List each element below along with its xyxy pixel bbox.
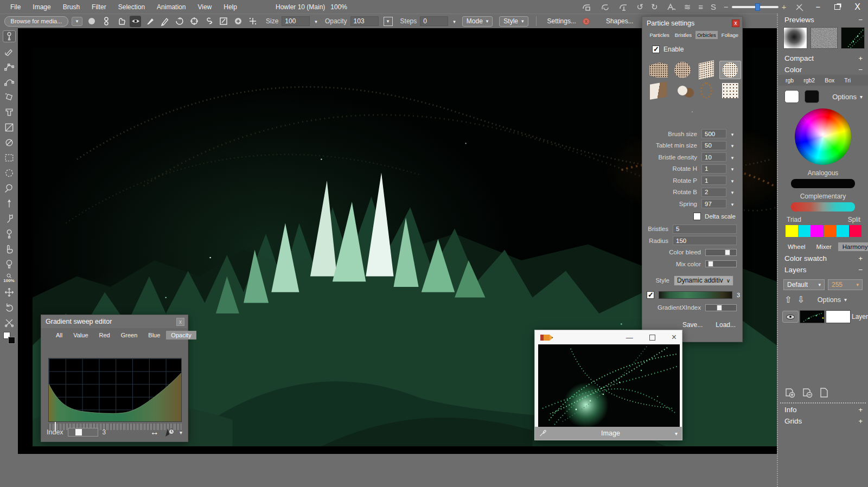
radius-input[interactable]: 150 [673,236,737,245]
tab-foliage[interactable]: Foliage [720,31,740,39]
image-window-canvas[interactable] [538,344,680,427]
layer-up-icon[interactable]: ⇧ [784,294,792,305]
flag-tool[interactable] [3,213,16,225]
load-button[interactable]: Load... [716,321,736,329]
color-bleed-slider[interactable] [705,249,737,256]
tab-value[interactable]: Value [68,331,93,339]
edit-box-icon[interactable] [218,16,229,27]
orbicle-preset-8[interactable] [719,81,741,100]
tab-mixer[interactable]: Mixer [812,242,836,251]
layers-header[interactable]: Layers− [778,264,868,275]
split-swatch-3[interactable] [849,225,861,237]
layer-opacity-dropdown[interactable]: 255 [828,279,863,290]
complementary-bar[interactable] [791,202,855,212]
round-brush-icon[interactable] [86,16,97,27]
analogous-bar[interactable] [791,179,855,188]
menu-file[interactable]: File [4,3,27,11]
undo-icon[interactable]: ↺ [637,3,644,11]
zoom-in-icon[interactable]: + [782,3,787,11]
rotate-b-dropdown-icon[interactable] [728,188,737,196]
delta-scale-checkbox[interactable] [693,213,701,220]
steps-dropdown-icon[interactable] [453,17,456,25]
knife-tool-icon[interactable] [794,2,805,12]
clamp-rotate-icon[interactable] [600,2,611,12]
bristle-density-input[interactable]: 10 [701,152,726,162]
pencil-icon[interactable] [159,16,170,27]
gradient-x-index-slider[interactable] [705,304,737,311]
layer-blend-dropdown[interactable]: Default [783,279,825,290]
ellipse-select-tool[interactable] [3,167,16,179]
zoom-slider-track[interactable] [732,6,778,8]
image-source-dropdown-icon[interactable]: ▾ [675,431,678,437]
rotate-b-input[interactable]: 2 [701,188,726,197]
rotate-p-input[interactable]: 1 [701,176,726,185]
badge-plus-icon[interactable] [232,16,244,27]
enable-checkbox[interactable] [652,46,660,53]
rotate-h-input[interactable]: 1 [701,164,726,174]
pen-filled-icon[interactable] [144,16,156,27]
add-layer-icon[interactable] [784,387,796,398]
orbicle-preset-1[interactable] [648,61,669,79]
compact-expand-icon[interactable]: + [858,54,863,62]
mode-dropdown[interactable]: Mode [462,16,493,27]
brush-preview-thumb[interactable] [783,27,807,49]
menu-brush[interactable]: Brush [57,3,86,11]
tab-rgb2[interactable]: rgb2 [799,76,819,85]
brush-size-input[interactable]: 500 [701,129,726,138]
orbicle-preset-6[interactable] [672,81,693,100]
browse-media-dropdown[interactable] [72,17,82,26]
info-expand-icon[interactable]: + [858,406,863,414]
tab-all[interactable]: All [51,331,67,339]
undo-tool[interactable] [3,302,16,313]
cut-tool[interactable] [3,317,16,329]
s-curve-icon[interactable]: S [711,3,716,11]
orbicle-preset-3[interactable] [695,61,717,79]
triad-swatch-1[interactable] [786,225,798,237]
pin-up-tool[interactable] [3,197,16,209]
opacity-spinner[interactable] [384,17,393,26]
settings-close-badge[interactable]: x [583,18,590,25]
rotate-p-dropdown-icon[interactable] [728,177,737,184]
spring-dropdown-icon[interactable] [728,200,737,208]
grids-header[interactable]: Grids+ [778,415,868,426]
orbicle-preset-4-selected[interactable] [719,61,741,79]
tab-harmony[interactable]: Harmony [838,242,868,251]
bezier-path-icon[interactable] [100,16,112,27]
split-swatch-2[interactable] [837,225,849,237]
particle-style-dropdown[interactable]: Dynamic additiv∨ [674,275,733,286]
tab-box[interactable]: Box [820,76,839,85]
new-page-icon[interactable] [819,387,829,398]
noise-preview-thumb[interactable] [810,27,838,49]
remove-layer-icon[interactable] [802,387,814,398]
rotate-h-dropdown-icon[interactable] [728,165,737,172]
redo-icon[interactable]: ↻ [651,3,658,11]
target-icon[interactable] [188,16,200,27]
triad-swatch-2[interactable] [798,225,810,237]
color-collapse-icon[interactable]: − [858,66,863,74]
index-slider[interactable] [68,428,98,437]
image-window-close[interactable]: × [672,332,676,342]
transform-tool[interactable] [3,91,16,103]
bristles-input[interactable]: 5 [673,225,737,234]
menu-image[interactable]: Image [27,3,56,11]
tab-blue[interactable]: Blue [143,331,165,339]
tab-opacity[interactable]: Opacity [166,331,196,339]
tab-particles[interactable]: Particles [648,31,671,39]
clamp-pin-icon[interactable] [618,2,629,12]
tab-wheel[interactable]: Wheel [783,242,810,251]
zoom-out-icon[interactable]: − [724,3,729,11]
secondary-color-swatch[interactable] [805,90,819,103]
close-button[interactable]: X [854,2,860,12]
info-header[interactable]: Info+ [778,403,868,415]
opacity-input[interactable]: 103 [350,16,379,26]
image-window-maximize[interactable] [649,335,655,341]
grids-expand-icon[interactable]: + [858,417,863,425]
triad-swatch-3[interactable] [810,225,823,237]
pen-timer-icon[interactable] [163,427,175,437]
mix-color-slider[interactable] [705,260,737,267]
lasso-tool[interactable] [3,182,16,194]
gradient-enable-checkbox[interactable] [647,291,654,299]
eyedropper-icon[interactable] [539,430,546,437]
zoom-100-tool[interactable]: 100% [3,273,14,283]
tab-orbicles[interactable]: Orbicles [695,31,718,39]
